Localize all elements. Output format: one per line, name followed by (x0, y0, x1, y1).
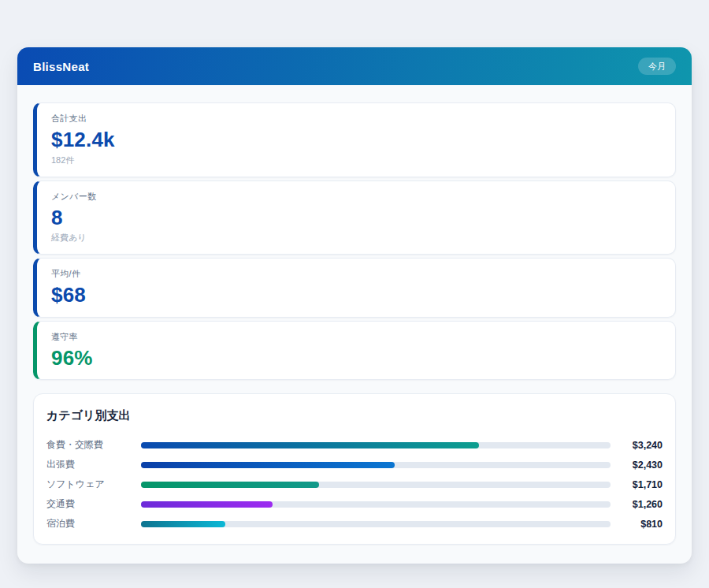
bar-track (141, 482, 611, 488)
stat-subtext: 182件 (51, 154, 661, 166)
category-value: $1,260 (611, 499, 663, 510)
app-title: BlissNeat (33, 60, 89, 73)
category-row: 宿泊費 $810 (46, 514, 663, 534)
stat-card-average-per-item: 平均/件 $68 (33, 258, 676, 318)
bar-track (141, 462, 611, 468)
bar-track (141, 521, 611, 527)
bar-track (141, 442, 611, 448)
category-value: $3,240 (611, 440, 663, 451)
category-value: $2,430 (611, 460, 663, 471)
category-label: 出張費 (46, 458, 141, 471)
dashboard-panel: BlissNeat 今月 合計支出 $12.4k 182件 メンバー数 8 経費… (17, 47, 692, 564)
stat-label: 遵守率 (51, 331, 661, 343)
category-row: ソフトウェア $1,710 (46, 474, 663, 494)
stat-label: 平均/件 (51, 268, 661, 280)
category-label: 交通費 (46, 497, 141, 511)
category-label: 食費・交際費 (46, 438, 141, 452)
category-label: 宿泊費 (46, 517, 141, 530)
bar-fill (141, 482, 319, 488)
stat-card-total-spend: 合計支出 $12.4k 182件 (33, 102, 676, 177)
stat-value: $68 (51, 284, 661, 307)
bar-fill (141, 521, 225, 527)
category-value: $810 (611, 519, 663, 530)
stat-card-compliance-rate: 遵守率 96% (33, 321, 676, 381)
stat-value: 8 (51, 207, 661, 229)
bar-fill (141, 501, 273, 508)
stat-label: メンバー数 (51, 191, 661, 203)
period-badge[interactable]: 今月 (638, 58, 676, 75)
bar-fill (141, 442, 479, 448)
category-row: 交通費 $1,260 (46, 494, 663, 514)
stat-label: 合計支出 (51, 113, 661, 125)
stat-card-member-count: メンバー数 8 経費あり (33, 180, 676, 255)
dashboard-content: 合計支出 $12.4k 182件 メンバー数 8 経費あり 平均/件 $68 遵… (17, 85, 692, 564)
stat-subtext: 経費あり (51, 232, 661, 244)
category-label: ソフトウェア (46, 478, 141, 491)
category-row: 食費・交際費 $3,240 (46, 435, 663, 455)
app-header: BlissNeat 今月 (17, 47, 692, 85)
stat-value: $12.4k (51, 128, 661, 151)
bar-track (141, 501, 611, 508)
category-row: 出張費 $2,430 (46, 455, 663, 474)
bar-fill (141, 462, 395, 468)
category-value: $1,710 (611, 479, 663, 490)
category-section-title: カテゴリ別支出 (46, 408, 663, 423)
category-breakdown-card: カテゴリ別支出 食費・交際費 $3,240 出張費 $2,430 ソフトウェア … (33, 393, 676, 545)
stat-value: 96% (51, 347, 661, 370)
